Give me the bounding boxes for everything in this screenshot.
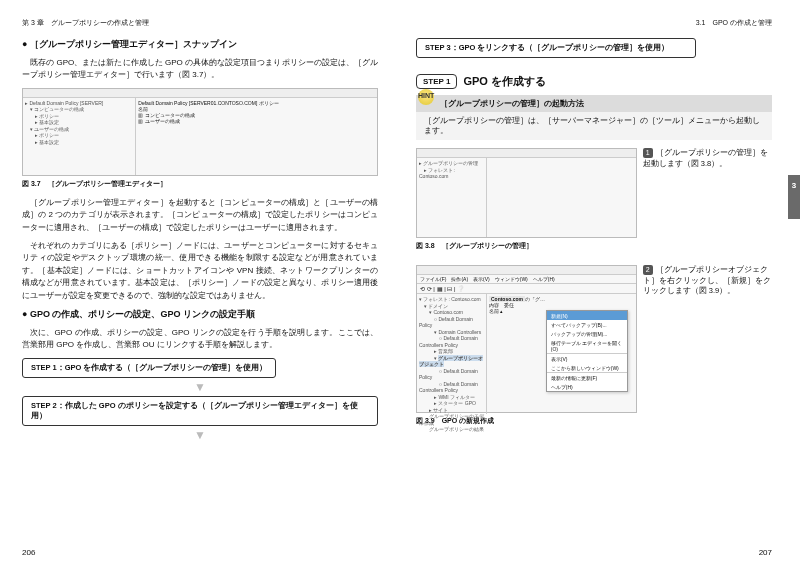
ctx-new[interactable]: 新規(N) xyxy=(547,311,627,320)
callout-num-2: 2 xyxy=(643,265,653,275)
callout-num-1: 1 xyxy=(643,148,653,158)
figure-3-9-tree: ▾ フォレスト: Contoso.com ▾ ドメイン ▾ Contoso.co… xyxy=(417,294,487,414)
figure-3-8-caption: 図 3.8 ［グループポリシーの管理］ xyxy=(416,241,637,251)
para-categories: ［グループポリシー管理エディター］を起動すると［コンピューターの構成］と［ユーザ… xyxy=(22,197,378,234)
hint-body: ［グループポリシーの管理］は、［サーバーマネージャー］の［ツール］メニューから起… xyxy=(416,112,772,140)
big-step-header: STEP 1 GPO を作成する xyxy=(416,74,772,89)
figure-3-8: ▸ グループポリシーの管理 ▸ フォレスト: Contoso.com xyxy=(416,148,637,238)
running-head-left: 第 3 章 グループポリシーの作成と管理 xyxy=(22,18,378,28)
context-menu: 新規(N) すべてバックアップ(B)... バックアップの管理(M)... 移行… xyxy=(546,310,628,392)
ctx-view[interactable]: 表示(V) xyxy=(547,353,627,363)
ctx-manage-backup[interactable]: バックアップの管理(M)... xyxy=(547,329,627,338)
arrow-down-icon: ▼ xyxy=(22,430,378,440)
step-frame-3: STEP 3：GPO をリンクする（［グループポリシーの管理］を使用） xyxy=(416,38,696,58)
step-frame-2: STEP 2：作成した GPO のポリシーを設定する（［グループポリシー管理エデ… xyxy=(22,396,378,426)
para-policy-pref: それぞれのカテゴリにある［ポリシー］ノードには、ユーザーとコンピューターに対する… xyxy=(22,240,378,302)
ctx-migration-table[interactable]: 移行テーブル エディターを開く(O) xyxy=(547,338,627,353)
hint-icon: HINT xyxy=(418,89,434,105)
section-heading-procedure: ● GPO の作成、ポリシーの設定、GPO リンクの設定手順 xyxy=(22,308,378,321)
figure-3-7-tree: ▸ Default Domain Policy [SERVER] ▾ コンピュー… xyxy=(23,98,136,175)
step-title: GPO を作成する xyxy=(463,74,546,89)
page-number-left: 206 xyxy=(22,548,35,557)
step-frame-1: STEP 1：GPO を作成する（［グループポリシーの管理］を使用） xyxy=(22,358,276,378)
figure-3-9: ファイル(F) 操作(A) 表示(V) ウィンドウ(W) ヘルプ(H) ⟲ ⟳ … xyxy=(416,265,637,413)
section-heading-gpe: ● ［グループポリシー管理エディター］スナップイン xyxy=(22,38,378,51)
running-head-right: 3.1 GPO の作成と管理 xyxy=(416,18,772,28)
arrow-down-icon: ▼ xyxy=(22,382,378,392)
para-intro-gpe: 既存の GPO、または新たに作成した GPO の具体的な設定項目つまりポリシーの… xyxy=(22,57,378,82)
callout-2: 2［グループポリシーオブジェクト］を右クリックし、［新規］をクリックします（図 … xyxy=(643,265,772,297)
ctx-backup-all[interactable]: すべてバックアップ(B)... xyxy=(547,320,627,329)
figure-3-7-content: Default Domain Policy [SERVER01.CONTOSO.… xyxy=(136,98,377,175)
callout-1: 1［グループポリシーの管理］を起動します（図 3.8）。 xyxy=(643,148,772,169)
step-badge: STEP 1 xyxy=(416,74,457,89)
figure-3-7: ▸ Default Domain Policy [SERVER] ▾ コンピュー… xyxy=(22,88,378,176)
fig38-row: ▸ グループポリシーの管理 ▸ フォレスト: Contoso.com 図 3.8… xyxy=(416,148,772,259)
ctx-help[interactable]: ヘルプ(H) xyxy=(547,382,627,391)
hint-box: HINT ［グループポリシーの管理］の起動方法 ［グループポリシーの管理］は、［… xyxy=(416,95,772,140)
para-procedure-intro: 次に、GPO の作成、ポリシーの設定、GPO リンクの設定を行う手順を説明します… xyxy=(22,327,378,352)
figure-3-7-caption: 図 3.7 ［グループポリシー管理エディター］ xyxy=(22,179,378,189)
hint-title: ［グループポリシーの管理］の起動方法 xyxy=(416,95,772,112)
chapter-tab: 3 xyxy=(788,175,800,219)
ctx-refresh[interactable]: 最新の情報に更新(F) xyxy=(547,372,627,382)
ctx-new-window[interactable]: ここから新しいウィンドウ(W) xyxy=(547,363,627,372)
page-number-right: 207 xyxy=(759,548,772,557)
fig39-row: ファイル(F) 操作(A) 表示(V) ウィンドウ(W) ヘルプ(H) ⟲ ⟳ … xyxy=(416,265,772,434)
